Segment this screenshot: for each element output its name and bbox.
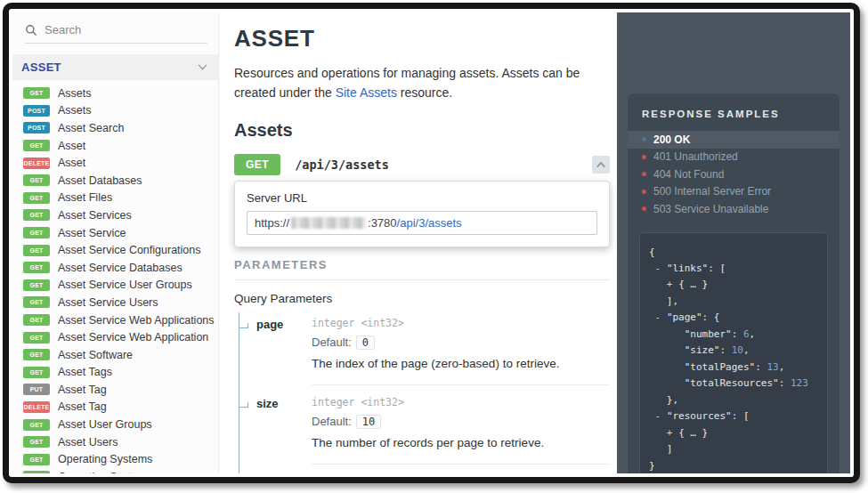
assets-section-title: Assets xyxy=(234,120,612,141)
sidebar-item[interactable]: GETAsset Tags xyxy=(12,364,218,382)
sidebar-item[interactable]: POSTAsset Search xyxy=(12,119,218,137)
sidebar-item[interactable]: PUTAsset Tag xyxy=(12,381,218,399)
code-line: ], xyxy=(649,294,818,310)
sidebar-item[interactable]: GETOperating System xyxy=(12,468,218,473)
code-line: ] xyxy=(649,441,818,457)
collapse-endpoint-button[interactable] xyxy=(592,156,610,174)
sidebar-item[interactable]: GETAsset Service Configurations xyxy=(12,241,218,259)
server-url-input[interactable]: https:// :3780 /api/3/assets xyxy=(247,211,597,235)
code-line: "totalPages": 13, xyxy=(649,360,818,376)
sidebar-item-label: Asset Service Web Applications xyxy=(58,314,215,327)
param-type: integer <int32> xyxy=(312,317,610,329)
site-assets-link[interactable]: Site Assets xyxy=(336,85,397,100)
code-line: - "resources": [ xyxy=(649,408,818,424)
sidebar-item-label: Asset Tags xyxy=(58,366,112,378)
divider xyxy=(312,464,610,465)
chevron-down-icon xyxy=(198,64,207,70)
method-badge: GET xyxy=(23,314,50,326)
sidebar-item[interactable]: GETAsset Service Web Application xyxy=(12,328,218,346)
api-docs-app: ASSET GETAssets POSTAssets POSTAsset Sea… xyxy=(12,12,850,473)
code-line: "totalResources": 123 xyxy=(649,376,818,392)
collapse-toggle[interactable]: - xyxy=(649,410,667,422)
json-number: 13 xyxy=(767,361,778,373)
method-badge: GET xyxy=(23,296,50,308)
sidebar-item-label: Asset Tag xyxy=(58,384,107,396)
sidebar-item[interactable]: GETAssets xyxy=(12,85,218,102)
sidebar-item-label: Asset xyxy=(58,140,85,152)
search-input[interactable] xyxy=(45,23,178,36)
sidebar-section-label: ASSET xyxy=(21,61,61,74)
method-badge: GET xyxy=(23,349,50,360)
sidebar-item[interactable]: GETAsset xyxy=(12,137,218,155)
default-label: Default: xyxy=(312,335,352,349)
intro-paragraph: Resources and operations for managing as… xyxy=(234,64,612,102)
query-parameters-tree: page integer <int32> Default:0 The index… xyxy=(239,312,612,473)
sidebar-item[interactable]: GETAsset Service User Groups xyxy=(12,277,218,295)
sidebar-item[interactable]: GETAsset Users xyxy=(12,433,218,451)
sidebar-item[interactable]: DELETEAsset xyxy=(12,154,218,172)
sidebar-item[interactable]: GETAsset Software xyxy=(12,346,218,364)
sidebar-item[interactable]: GETAsset Service Users xyxy=(12,294,218,311)
response-tab-401[interactable]: 401 Unauthorized xyxy=(628,149,840,166)
sidebar-item-label: Asset Software xyxy=(58,349,133,361)
default-value: 0 xyxy=(356,335,375,350)
code-line: "size": 10, xyxy=(649,343,818,359)
response-tab-503[interactable]: 503 Service Unavailable xyxy=(628,200,840,218)
sidebar-item[interactable]: GETAsset Services xyxy=(12,206,218,224)
error-dot-icon xyxy=(642,206,646,211)
sidebar-item[interactable]: GETAsset User Groups xyxy=(12,416,218,433)
param-body: integer <int32> Default:0 The index of t… xyxy=(312,317,612,392)
sidebar-item-label: Asset User Groups xyxy=(58,418,152,431)
error-dot-icon xyxy=(642,172,646,176)
response-tab-200[interactable]: 200 OK xyxy=(628,131,840,149)
method-badge: GET xyxy=(23,174,50,186)
endpoint-row[interactable]: GET /api/3/assets xyxy=(234,154,612,175)
sidebar-item[interactable]: DELETEAsset Tag xyxy=(12,399,218,416)
sidebar-item[interactable]: GETAsset Service Databases xyxy=(12,259,218,277)
sidebar-item[interactable]: POSTAssets xyxy=(12,102,218,120)
screenshot-frame: ASSET GETAssets POSTAssets POSTAsset Sea… xyxy=(3,3,860,483)
json-number: 123 xyxy=(791,377,808,389)
method-badge: GET xyxy=(23,245,50,256)
url-scheme: https:// xyxy=(255,216,289,230)
url-path: /api/3/assets xyxy=(397,216,462,230)
parameters-heading: PARAMETERS xyxy=(234,258,610,280)
method-badge: PUT xyxy=(23,384,50,395)
param-name: page xyxy=(256,317,312,392)
method-badge: POST xyxy=(23,105,50,117)
sidebar: ASSET GETAssets POSTAssets POSTAsset Sea… xyxy=(12,12,219,473)
param-description: The number of records per page to retrie… xyxy=(312,434,610,453)
sidebar-item[interactable]: GETAsset Databases xyxy=(12,172,218,190)
method-badge: GET xyxy=(23,471,50,473)
sidebar-item-label: Operating System xyxy=(58,471,147,473)
sidebar-item-label: Asset Tag xyxy=(58,400,107,413)
code-line: + { … } xyxy=(649,277,818,293)
sidebar-item-label: Asset Service xyxy=(58,227,126,239)
response-tab-404[interactable]: 404 Not Found xyxy=(628,166,840,183)
json-number: 10 xyxy=(732,344,743,356)
expand-toggle[interactable]: + xyxy=(649,427,678,439)
method-badge: DELETE xyxy=(23,401,50,413)
sidebar-section-asset[interactable]: ASSET xyxy=(12,54,218,80)
collapse-toggle[interactable]: - xyxy=(649,311,667,323)
sidebar-item[interactable]: GETAsset Service xyxy=(12,224,218,242)
sidebar-item[interactable]: GETOperating Systems xyxy=(12,450,218,468)
sidebar-item-label: Assets xyxy=(58,87,92,100)
sidebar-nav: GETAssets POSTAssets POSTAsset Search GE… xyxy=(12,80,218,473)
code-line: }, xyxy=(649,392,818,408)
sidebar-item[interactable]: GETAsset Files xyxy=(12,190,218,207)
main-content: ASSET Resources and operations for manag… xyxy=(219,12,617,473)
search-bar[interactable] xyxy=(25,23,207,44)
success-dot-icon xyxy=(642,137,646,141)
param-size: size integer <int32> Default:10 The numb… xyxy=(239,392,612,471)
expand-toggle[interactable]: + xyxy=(649,279,678,290)
sidebar-item-label: Asset Search xyxy=(58,122,124,134)
collapse-toggle[interactable]: - xyxy=(649,263,667,274)
method-badge: DELETE xyxy=(23,158,50,169)
method-badge: GET xyxy=(23,436,50,448)
response-tab-500[interactable]: 500 Internal Server Error xyxy=(628,183,840,201)
sidebar-item[interactable]: GETAsset Service Web Applications xyxy=(12,311,218,329)
json-sample-code: { - "links": [ + { … } ], - "page": { "n… xyxy=(639,232,828,474)
default-label: Default: xyxy=(312,415,352,428)
page-title: ASSET xyxy=(234,25,612,53)
